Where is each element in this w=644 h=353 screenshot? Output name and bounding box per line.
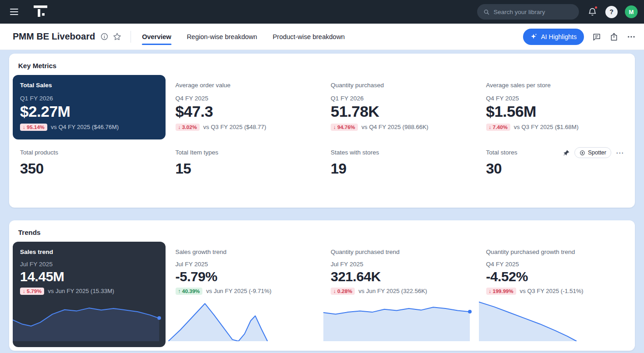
search-input[interactable] xyxy=(493,9,573,15)
user-avatar[interactable]: M xyxy=(625,5,638,18)
kpi-label: Quantity purchased xyxy=(331,82,469,89)
sparkline-chart[interactable] xyxy=(323,300,476,341)
kpi-value: 19 xyxy=(331,161,469,177)
share-button[interactable] xyxy=(609,32,619,41)
library-search[interactable] xyxy=(477,4,579,20)
kpi-period: Q4 FY 2025 xyxy=(176,95,314,102)
ellipsis-icon xyxy=(627,32,636,41)
kpi-delta-badge: ↓94.76% xyxy=(331,124,358,131)
spotter-chip[interactable]: Spotter xyxy=(574,147,611,158)
kpi-tile-total-stores[interactable]: Total stores Spotter xyxy=(479,142,632,204)
more-options-button[interactable] xyxy=(627,32,636,41)
trend-value: -5.79% xyxy=(176,269,314,284)
kpi-tile-total-item-types[interactable]: Total Item types 15 xyxy=(168,142,321,204)
kpi-tile-total-products[interactable]: Total products 350 xyxy=(13,142,166,204)
spotter-eye-icon xyxy=(579,150,585,156)
key-metrics-section: Key Metrics Total Sales Q1 FY 2026 $2.27… xyxy=(9,54,635,208)
tab-product-wise-breakdown[interactable]: Product-wise breakdown xyxy=(272,24,345,50)
ai-highlights-button[interactable]: AI Highlights xyxy=(523,29,584,45)
kpi-value: 15 xyxy=(176,161,314,177)
delta-arrow-icon: ↓ xyxy=(333,124,336,130)
tile-more-button[interactable]: ⋯ xyxy=(616,149,624,157)
section-title-key-metrics: Key Metrics xyxy=(9,54,635,74)
delta-arrow-icon: ↓ xyxy=(23,288,25,294)
kpi-comparison: vs Q4 FY 2025 ($46.76M) xyxy=(51,124,119,130)
trends-grid: Sales trend Jul FY 2025 14.45M ↓5.79% vs… xyxy=(9,241,635,351)
tab-region-wise-breakdown[interactable]: Region-wise breakdown xyxy=(187,24,257,50)
kpi-period: Q4 FY 2025 xyxy=(486,95,624,102)
tile-actions: Spotter ⋯ xyxy=(563,147,624,158)
kpi-value: 51.78K xyxy=(331,104,469,120)
trend-label: Quantity purchased trend xyxy=(331,249,469,255)
trend-value: 321.64K xyxy=(331,269,469,284)
delta-arrow-icon: ↑ xyxy=(178,288,181,294)
trend-comparison: vs Jun FY 2025 (322.56K) xyxy=(358,288,427,294)
trend-delta-badge: ↓199.99% xyxy=(486,288,516,295)
notifications-button[interactable] xyxy=(586,6,598,18)
trend-period: Jul FY 2025 xyxy=(20,261,158,268)
kpi-period: Q1 FY 2026 xyxy=(20,95,158,102)
kpi-tile-average-sales-per-store[interactable]: Average sales per store Q4 FY 2025 $1.56… xyxy=(479,75,632,139)
kpi-tile-states-with-stores[interactable]: States with stores 19 xyxy=(323,142,476,204)
kpi-value: 30 xyxy=(486,161,624,177)
top-navbar: ? M xyxy=(0,0,644,24)
kpi-tile-total-sales[interactable]: Total Sales Q1 FY 2026 $2.27M ↓95.14% vs… xyxy=(13,75,166,139)
favorite-star-icon[interactable] xyxy=(113,32,121,41)
trend-comparison: vs Jun FY 2025 (15.33M) xyxy=(48,288,114,294)
pin-icon xyxy=(563,149,570,156)
kpi-label: Average sales per store xyxy=(486,82,624,89)
delta-arrow-icon: ↓ xyxy=(489,288,492,294)
trend-comparison: vs Jun FY 2025 (-9.71%) xyxy=(206,288,272,294)
page-title: PMM BE Liveboard xyxy=(13,31,95,42)
trend-label: Sales trend xyxy=(20,249,158,255)
tab-overview[interactable]: Overview xyxy=(142,24,171,50)
kpi-tile-quantity-purchased[interactable]: Quantity purchased Q1 FY 2026 51.78K ↓94… xyxy=(323,75,476,139)
comments-button[interactable] xyxy=(592,32,601,41)
kpi-label: Average order value xyxy=(176,82,314,89)
comment-icon xyxy=(592,32,601,41)
trend-tile-sales-growth-trend[interactable]: Sales growth trend Jul FY 2025 -5.79% ↑4… xyxy=(168,242,321,347)
help-button[interactable]: ? xyxy=(605,6,618,18)
sparkline-chart[interactable] xyxy=(13,300,166,341)
trends-section: Trends Sales trend Jul FY 2025 14.45M ↓5… xyxy=(9,220,635,351)
kpi-value: $2.27M xyxy=(20,104,158,120)
menu-button[interactable] xyxy=(8,6,20,18)
delta-arrow-icon: ↓ xyxy=(23,124,25,130)
kpi-delta-badge: ↓95.14% xyxy=(20,124,47,131)
info-icon[interactable] xyxy=(101,33,108,40)
search-icon xyxy=(483,9,489,15)
section-title-trends: Trends xyxy=(9,220,635,241)
sparkline-chart[interactable] xyxy=(479,300,632,341)
key-metrics-grid: Total Sales Q1 FY 2026 $2.27M ↓95.14% vs… xyxy=(9,74,635,208)
thoughtspot-logo-icon xyxy=(32,4,50,18)
trend-period: Jul FY 2025 xyxy=(331,261,469,268)
thoughtspot-logo[interactable] xyxy=(32,4,50,20)
kpi-value: $47.3 xyxy=(176,104,314,120)
kpi-comparison: vs Q3 FY 2025 ($1.68M) xyxy=(514,124,579,130)
delta-arrow-icon: ↓ xyxy=(489,124,492,130)
sparkle-icon xyxy=(530,33,537,40)
trend-tile-quantity-purchased-growth-trend[interactable]: Quantity purchased growth trend Q4 FY 20… xyxy=(479,242,632,347)
delta-arrow-icon: ↓ xyxy=(333,288,336,294)
pin-button[interactable] xyxy=(563,149,570,156)
kpi-value: 350 xyxy=(20,161,158,177)
trend-label: Quantity purchased growth trend xyxy=(486,249,624,255)
kpi-delta-badge: ↓7.40% xyxy=(486,124,510,131)
delta-arrow-icon: ↓ xyxy=(178,124,181,130)
trend-tile-quantity-purchased-trend[interactable]: Quantity purchased trend Jul FY 2025 321… xyxy=(323,242,476,347)
trend-tile-sales-trend[interactable]: Sales trend Jul FY 2025 14.45M ↓5.79% vs… xyxy=(13,242,166,347)
trend-label: Sales growth trend xyxy=(176,249,314,255)
notification-dot xyxy=(594,5,598,10)
trend-value: -4.52% xyxy=(486,269,624,284)
sparkline-chart[interactable] xyxy=(168,300,321,341)
kpi-label: Total Item types xyxy=(176,149,314,156)
kpi-period: Q1 FY 2026 xyxy=(331,95,469,102)
liveboard-header: PMM BE Liveboard Overview Region-wise br… xyxy=(0,24,644,50)
kpi-label: States with stores xyxy=(331,149,469,156)
kpi-label: Total stores xyxy=(486,149,518,156)
kpi-label: Total products xyxy=(20,149,158,156)
kpi-tile-average-order-value[interactable]: Average order value Q4 FY 2025 $47.3 ↓3.… xyxy=(168,75,321,139)
kpi-comparison: vs Q4 FY 2025 (988.66K) xyxy=(362,124,428,130)
share-export-icon xyxy=(609,32,619,41)
trend-value: 14.45M xyxy=(20,269,158,284)
